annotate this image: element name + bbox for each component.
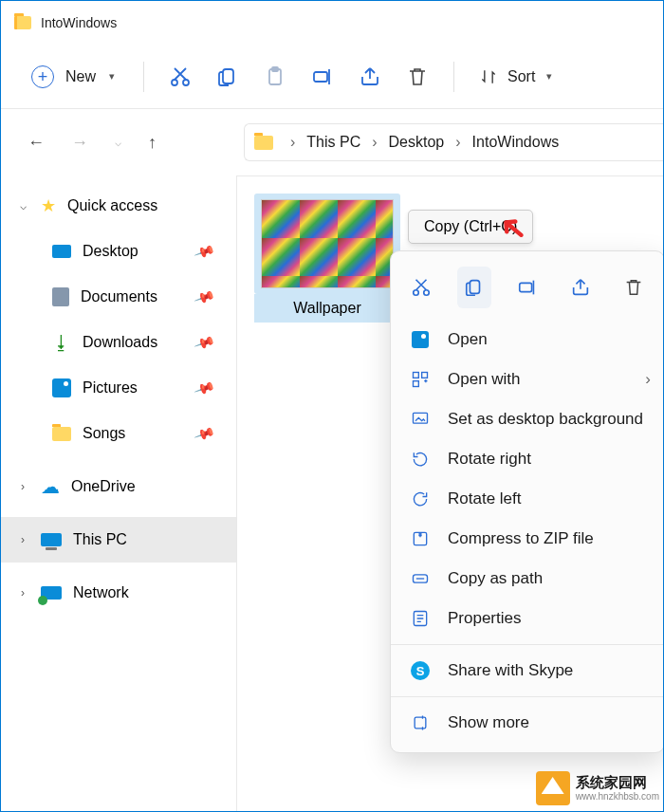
ctx-compress[interactable]: Compress to ZIP file [391,519,664,559]
ctx-open[interactable]: Open [391,320,664,360]
up-button[interactable]: ↑ [148,133,157,153]
ctx-share-button[interactable] [563,267,598,308]
sidebar-songs[interactable]: Songs 📌 [1,411,236,456]
chevron-right-icon: › [16,533,29,546]
ctx-copy-button[interactable] [457,267,491,308]
forward-button[interactable]: → [71,133,88,153]
ctx-show-more[interactable]: Show more [391,703,664,743]
chevron-right-icon: › [372,134,377,151]
ctx-rotate-left[interactable]: Rotate left [391,479,664,519]
plus-icon: + [31,65,54,88]
label: Network [73,584,129,601]
svg-point-1 [183,80,189,85]
divider [453,62,454,92]
sort-button[interactable]: Sort ▾ [479,67,552,86]
sidebar-desktop[interactable]: Desktop 📌 [1,229,236,274]
sidebar: ⌵ ★ Quick access Desktop 📌 Documents 📌 ⭳… [1,175,236,616]
ctx-open-with[interactable]: Open with› [391,360,664,399]
rotate-left-icon [410,489,431,509]
chevron-right-icon: › [16,586,29,600]
pin-icon: 📌 [193,377,216,399]
titlebar: IntoWindows [1,1,663,45]
desktop-bg-icon [410,409,431,430]
ctx-cut-button[interactable] [404,267,438,308]
chevron-down-icon: ▾ [546,70,552,83]
svg-point-7 [424,290,430,296]
address-bar[interactable]: › This PC › Desktop › IntoWindows [236,109,663,175]
toolbar: + New ▾ Sort ▾ [1,45,663,109]
ctx-properties[interactable]: Properties [391,599,664,638]
pin-icon: 📌 [193,240,216,263]
rotate-right-icon [410,449,431,470]
divider [391,644,664,645]
divider [143,62,144,92]
watermark-url: www.hnzkhbsb.com [576,791,659,802]
file-item[interactable]: Wallpaper [254,194,400,323]
svg-point-0 [172,80,177,85]
svg-rect-12 [414,381,419,387]
desktop-icon [52,245,71,258]
pin-icon: 📌 [193,286,216,308]
label: This PC [73,531,127,548]
history-dropdown[interactable]: ⌵ [115,136,121,149]
zip-icon [410,528,431,549]
sidebar-onedrive[interactable]: › ☁ OneDrive [1,464,236,509]
path-icon [410,568,431,589]
label: OneDrive [71,478,136,495]
svg-rect-11 [422,373,428,378]
breadcrumb-desktop[interactable]: Desktop [389,134,445,151]
chevron-right-icon: › [16,480,29,493]
label: Pictures [83,379,138,397]
star-icon: ★ [41,195,56,216]
cut-icon[interactable] [169,65,192,88]
tooltip-text: Copy (Ctrl+C) [424,218,517,234]
properties-icon [410,608,431,629]
delete-icon[interactable] [406,65,429,88]
context-menu: Open Open with› Set as desktop backgroun… [390,250,664,753]
window-title: IntoWindows [41,15,117,30]
watermark-text: 系统家园网 [576,775,659,791]
svg-rect-10 [414,373,419,378]
sidebar-this-pc[interactable]: › This PC [1,517,236,563]
breadcrumb-this-pc[interactable]: This PC [306,134,360,151]
folder-icon [254,136,273,150]
ctx-rotate-right[interactable]: Rotate right [391,439,664,479]
ctx-delete-button[interactable] [617,267,651,308]
pictures-icon [52,378,71,397]
sort-icon [479,67,498,86]
sidebar-pictures[interactable]: Pictures 📌 [1,365,236,411]
svg-rect-17 [415,717,426,729]
ctx-copy-path[interactable]: Copy as path [391,559,664,599]
more-icon [410,712,431,733]
pin-icon: 📌 [193,331,216,354]
ctx-share-skype[interactable]: SShare with Skype [391,651,664,691]
label: Desktop [83,243,138,260]
back-button[interactable]: ← [28,133,45,153]
chevron-right-icon: › [455,134,460,151]
copy-icon[interactable] [216,65,239,88]
open-icon [410,329,431,350]
rename-icon[interactable] [311,65,334,88]
ctx-set-bg[interactable]: Set as desktop background [391,399,664,439]
label: Downloads [83,334,157,351]
sidebar-downloads[interactable]: ⭳ Downloads 📌 [1,320,236,365]
file-thumbnail [261,199,394,288]
ctx-rename-button[interactable] [510,267,544,308]
divider [391,696,664,697]
network-icon [41,586,62,600]
label: Quick access [67,197,157,214]
sidebar-documents[interactable]: Documents 📌 [1,274,236,320]
share-icon[interactable] [359,65,381,88]
svg-rect-9 [520,283,532,291]
new-button[interactable]: + New ▾ [28,62,119,92]
svg-rect-13 [414,413,428,423]
chevron-down-icon: ▾ [109,70,115,83]
svg-rect-8 [470,281,479,294]
svg-rect-5 [314,72,327,82]
cloud-icon: ☁ [41,475,60,498]
sidebar-network[interactable]: › Network [1,570,236,616]
sidebar-quick-access[interactable]: ⌵ ★ Quick access [1,183,236,229]
folder-icon [52,427,71,441]
breadcrumb-current[interactable]: IntoWindows [472,134,560,151]
paste-icon[interactable] [264,65,286,88]
